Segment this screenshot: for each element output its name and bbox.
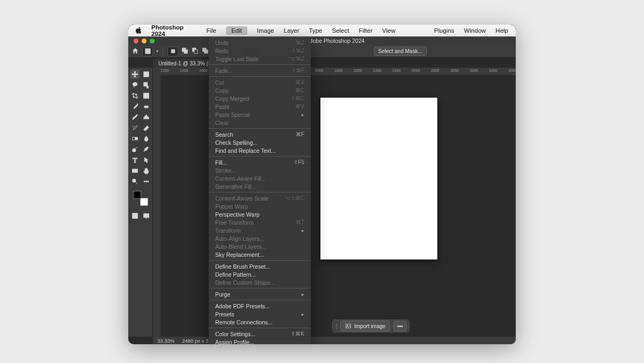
tool-panel (128, 68, 153, 337)
menu-item-sky-replacement[interactable]: Sky Replacement... (209, 250, 311, 258)
more-options-icon[interactable]: ••• (393, 321, 407, 331)
menu-item-transform: Transform▸ (209, 226, 311, 234)
add-selection-icon[interactable] (181, 47, 188, 55)
frame-tool[interactable] (142, 91, 151, 100)
gradient-tool[interactable] (130, 134, 140, 143)
document-canvas[interactable] (320, 98, 437, 260)
svg-rect-0 (145, 49, 150, 54)
blur-tool[interactable] (142, 134, 151, 143)
minimize-window-icon[interactable] (142, 39, 147, 43)
move-tool[interactable] (130, 70, 140, 79)
submenu-arrow-icon: ▸ (302, 312, 304, 317)
tool-preset-picker[interactable] (142, 47, 153, 56)
subtract-selection-icon[interactable] (192, 47, 199, 55)
menu-item-label: Remote Connections... (215, 319, 273, 325)
apple-icon[interactable] (136, 27, 142, 35)
pen-tool[interactable] (142, 145, 151, 154)
menu-item-copy-merged: Copy Merged⇧⌘C (209, 94, 311, 102)
menu-item-puppet-warp: Puppet Warp (209, 202, 311, 210)
menu-item-label: Redo (215, 48, 229, 54)
submenu-arrow-icon: ▸ (302, 292, 304, 297)
import-image-button[interactable]: Import image (340, 321, 390, 331)
svg-rect-8 (143, 72, 149, 77)
home-icon[interactable] (131, 47, 139, 56)
menu-item-perspective-warp[interactable]: Perspective Warp (209, 210, 311, 218)
menu-item-color-settings[interactable]: Color Settings...⇧⌘K (209, 330, 311, 338)
eyedropper-tool[interactable] (130, 102, 140, 111)
menu-item-define-pattern[interactable]: Define Pattern... (209, 270, 311, 278)
screen-mode-icon[interactable] (142, 211, 151, 220)
menu-item-label: Copy Merged (215, 95, 249, 102)
menu-item-adobe-pdf-presets[interactable]: Adobe PDF Presets... (209, 302, 311, 310)
menu-item-cut: Cut⌘X (209, 78, 311, 86)
object-selection-tool[interactable] (142, 80, 151, 90)
select-and-mask-button[interactable]: Select and Mask... (374, 47, 427, 56)
ruler-tick: 1600 (199, 69, 208, 72)
ruler-tick: 3600 (508, 69, 516, 72)
crop-tool[interactable] (130, 91, 140, 100)
edit-toolbar-icon[interactable] (142, 177, 151, 186)
menu-item-label: Fade... (215, 68, 233, 74)
menu-type[interactable]: Type (309, 27, 323, 34)
menu-item-label: Copy (215, 87, 229, 94)
menu-help[interactable]: Help (495, 27, 508, 34)
menu-item-toggle-last-state: Toggle Last State⌥⌘Z (209, 55, 311, 63)
type-tool[interactable] (130, 155, 140, 165)
lasso-tool[interactable] (130, 80, 140, 90)
menu-item-purge[interactable]: Purge▸ (209, 290, 311, 298)
menu-item-define-brush-preset[interactable]: Define Brush Preset... (209, 262, 311, 270)
healing-brush-tool[interactable] (142, 102, 151, 111)
document-tab-bar: Untitled-1 @ 33.3% (R… (153, 58, 516, 68)
menu-filter[interactable]: Filter (358, 27, 372, 34)
menu-item-check-spelling[interactable]: Check Spelling... (209, 138, 311, 146)
ruler-tick: 1200 (160, 69, 169, 72)
new-selection-icon[interactable] (167, 47, 178, 56)
zoom-window-icon[interactable] (150, 39, 155, 43)
history-brush-tool[interactable] (130, 123, 140, 132)
ruler-tick: 1400 (180, 69, 188, 72)
shortcut-label: ⌘V (295, 103, 304, 109)
svg-point-19 (145, 181, 147, 182)
menu-layer[interactable]: Layer (284, 27, 299, 34)
clone-stamp-tool[interactable] (142, 113, 151, 122)
zoom-readout[interactable]: 33.33% (157, 338, 174, 344)
quick-mask-icon[interactable] (130, 211, 140, 220)
svg-rect-12 (144, 106, 148, 108)
menu-item-find-and-replace-text[interactable]: Find and Replace Text... (209, 146, 311, 154)
eraser-tool[interactable] (142, 123, 151, 132)
close-window-icon[interactable] (134, 39, 138, 43)
menu-item-label: Color Settings... (215, 331, 255, 337)
app-name[interactable]: Photoshop 2024 (151, 25, 196, 37)
menu-edit[interactable]: Edit (226, 26, 247, 35)
menu-item-search[interactable]: Search⌘F (209, 130, 311, 138)
rectangle-tool[interactable] (130, 166, 140, 175)
menu-item-presets[interactable]: Presets▸ (209, 310, 311, 318)
menu-item-assign-profile[interactable]: Assign Profile... (209, 338, 311, 344)
path-selection-tool[interactable] (142, 155, 151, 165)
menu-item-remote-connections[interactable]: Remote Connections... (209, 318, 311, 326)
menu-item-label: Auto-Blend Layers... (215, 243, 266, 250)
menu-item-free-transform: Free Transform⌘T (209, 218, 311, 226)
status-bar: 33.33% 2480 px x 350… (153, 337, 516, 344)
zoom-tool[interactable] (130, 177, 140, 186)
drag-handle-icon[interactable]: ┆ (335, 323, 337, 329)
menu-item-auto-blend-layers: Auto-Blend Layers... (209, 242, 311, 250)
shortcut-label: ⌘Z (296, 40, 304, 46)
menu-item-label: Find and Replace Text... (215, 147, 276, 154)
menu-window[interactable]: Window (464, 27, 486, 34)
menu-plugins[interactable]: Plugins (434, 27, 455, 34)
menu-view[interactable]: View (382, 27, 396, 34)
color-swatches[interactable] (133, 191, 148, 206)
menu-item-fill[interactable]: Fill...⇧F5 (209, 158, 311, 166)
menu-select[interactable]: Select (332, 27, 349, 34)
menu-image[interactable]: Image (257, 27, 274, 34)
menu-item-label: Free Transform (215, 219, 254, 226)
intersect-selection-icon[interactable] (202, 47, 209, 55)
dodge-tool[interactable] (130, 145, 140, 154)
hand-tool[interactable] (142, 166, 151, 175)
marquee-tool[interactable] (142, 70, 151, 79)
brush-tool[interactable] (130, 113, 140, 122)
menu-item-label: Clear (215, 120, 229, 126)
menu-item-label: Undo (215, 40, 229, 46)
menu-file[interactable]: File (206, 27, 216, 34)
